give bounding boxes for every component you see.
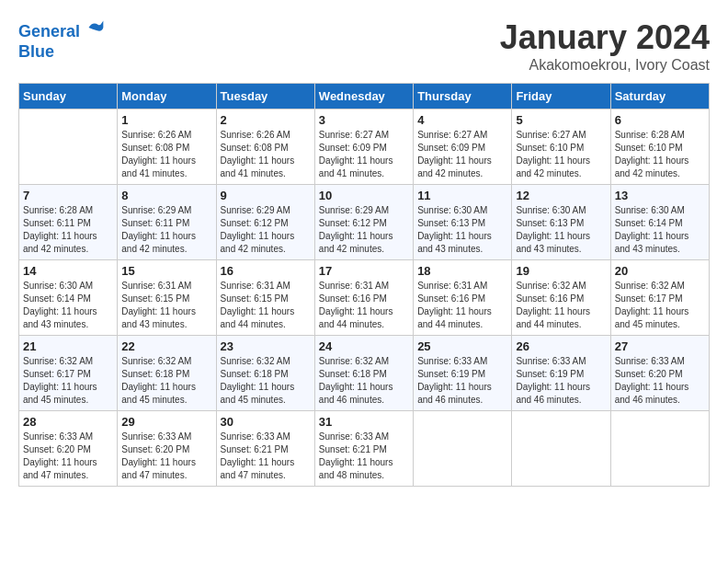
day-info: Sunrise: 6:33 AMSunset: 6:20 PMDaylight:… [615,355,705,407]
calendar-subtitle: Akakomoekrou, Ivory Coast [500,57,710,74]
calendar-cell: 2Sunrise: 6:26 AMSunset: 6:08 PMDaylight… [216,109,314,185]
calendar-cell: 25Sunrise: 6:33 AMSunset: 6:19 PMDayligh… [414,336,512,411]
day-info: Sunrise: 6:28 AMSunset: 6:10 PMDaylight:… [615,129,705,180]
calendar-cell: 10Sunrise: 6:29 AMSunset: 6:12 PMDayligh… [314,185,413,260]
day-number: 30 [221,415,311,429]
calendar-cell: 18Sunrise: 6:31 AMSunset: 6:16 PMDayligh… [414,260,512,336]
day-number: 2 [221,113,311,127]
day-number: 22 [121,339,211,353]
calendar-cell: 30Sunrise: 6:33 AMSunset: 6:21 PMDayligh… [216,411,314,487]
day-number: 11 [417,189,507,202]
calendar-title: January 2024 [500,18,710,57]
calendar-cell: 12Sunrise: 6:30 AMSunset: 6:13 PMDayligh… [512,185,610,260]
calendar-cell [610,411,709,487]
calendar-cell: 16Sunrise: 6:31 AMSunset: 6:15 PMDayligh… [216,260,314,336]
weekday-header: Wednesday [314,84,413,109]
calendar-cell [19,109,118,185]
weekday-header: Tuesday [216,84,314,109]
calendar-cell: 22Sunrise: 6:32 AMSunset: 6:18 PMDayligh… [118,336,216,411]
day-number: 28 [23,415,113,429]
calendar-cell: 13Sunrise: 6:30 AMSunset: 6:14 PMDayligh… [610,185,709,260]
calendar-cell: 20Sunrise: 6:32 AMSunset: 6:17 PMDayligh… [610,260,709,336]
calendar-week-row: 28Sunrise: 6:33 AMSunset: 6:20 PMDayligh… [19,411,710,487]
calendar-cell: 6Sunrise: 6:28 AMSunset: 6:10 PMDaylight… [610,109,709,185]
day-info: Sunrise: 6:27 AMSunset: 6:09 PMDaylight:… [319,129,409,180]
calendar-cell: 19Sunrise: 6:32 AMSunset: 6:16 PMDayligh… [512,260,610,336]
day-number: 19 [516,264,606,278]
calendar-cell: 5Sunrise: 6:27 AMSunset: 6:10 PMDaylight… [512,109,610,185]
day-info: Sunrise: 6:33 AMSunset: 6:21 PMDaylight:… [221,431,311,482]
calendar-week-row: 21Sunrise: 6:32 AMSunset: 6:17 PMDayligh… [19,336,710,411]
day-number: 23 [221,339,311,353]
day-info: Sunrise: 6:31 AMSunset: 6:16 PMDaylight:… [417,280,507,331]
day-info: Sunrise: 6:32 AMSunset: 6:17 PMDaylight:… [615,280,705,331]
calendar-cell [512,411,610,487]
calendar-cell: 11Sunrise: 6:30 AMSunset: 6:13 PMDayligh… [414,185,512,260]
day-info: Sunrise: 6:32 AMSunset: 6:18 PMDaylight:… [221,355,311,407]
day-info: Sunrise: 6:30 AMSunset: 6:14 PMDaylight:… [23,280,113,331]
day-number: 9 [221,189,311,202]
day-number: 29 [121,415,211,429]
weekday-header: Friday [512,84,610,109]
day-info: Sunrise: 6:31 AMSunset: 6:16 PMDaylight:… [319,280,409,331]
weekday-header: Monday [118,84,216,109]
calendar-cell: 24Sunrise: 6:32 AMSunset: 6:18 PMDayligh… [314,336,413,411]
day-info: Sunrise: 6:28 AMSunset: 6:11 PMDaylight:… [23,204,113,256]
day-number: 12 [516,189,606,202]
day-info: Sunrise: 6:33 AMSunset: 6:20 PMDaylight:… [23,431,113,482]
day-info: Sunrise: 6:27 AMSunset: 6:10 PMDaylight:… [516,129,606,180]
calendar-table: SundayMondayTuesdayWednesdayThursdayFrid… [18,83,710,487]
calendar-cell: 27Sunrise: 6:33 AMSunset: 6:20 PMDayligh… [610,336,709,411]
calendar-cell: 26Sunrise: 6:33 AMSunset: 6:19 PMDayligh… [512,336,610,411]
calendar-cell: 3Sunrise: 6:27 AMSunset: 6:09 PMDaylight… [314,109,413,185]
day-info: Sunrise: 6:30 AMSunset: 6:13 PMDaylight:… [417,204,507,256]
day-number: 3 [319,113,409,127]
calendar-cell: 15Sunrise: 6:31 AMSunset: 6:15 PMDayligh… [118,260,216,336]
day-info: Sunrise: 6:26 AMSunset: 6:08 PMDaylight:… [221,129,311,180]
day-number: 1 [121,113,211,127]
day-number: 5 [516,113,606,127]
weekday-header-row: SundayMondayTuesdayWednesdayThursdayFrid… [19,84,710,109]
calendar-week-row: 7Sunrise: 6:28 AMSunset: 6:11 PMDaylight… [19,185,710,260]
day-number: 27 [615,339,705,353]
day-info: Sunrise: 6:29 AMSunset: 6:12 PMDaylight:… [221,204,311,256]
calendar-week-row: 14Sunrise: 6:30 AMSunset: 6:14 PMDayligh… [19,260,710,336]
weekday-header: Sunday [19,84,118,109]
day-number: 15 [121,264,211,278]
logo-blue: Blue [18,42,54,61]
day-info: Sunrise: 6:29 AMSunset: 6:12 PMDaylight:… [319,204,409,256]
calendar-cell: 17Sunrise: 6:31 AMSunset: 6:16 PMDayligh… [314,260,413,336]
day-number: 25 [417,339,507,353]
day-number: 14 [23,264,113,278]
day-number: 10 [319,189,409,202]
calendar-cell: 8Sunrise: 6:29 AMSunset: 6:11 PMDaylight… [118,185,216,260]
calendar-cell: 14Sunrise: 6:30 AMSunset: 6:14 PMDayligh… [19,260,118,336]
weekday-header: Saturday [610,84,709,109]
day-number: 4 [417,113,507,127]
day-number: 17 [319,264,409,278]
day-info: Sunrise: 6:30 AMSunset: 6:13 PMDaylight:… [516,204,606,256]
weekday-header: Thursday [414,84,512,109]
day-info: Sunrise: 6:31 AMSunset: 6:15 PMDaylight:… [221,280,311,331]
day-number: 20 [615,264,705,278]
calendar-cell [414,411,512,487]
page-header: General Blue January 2024 Akakomoekrou, … [18,18,710,74]
day-info: Sunrise: 6:26 AMSunset: 6:08 PMDaylight:… [121,129,211,180]
day-info: Sunrise: 6:33 AMSunset: 6:19 PMDaylight:… [417,355,507,407]
day-info: Sunrise: 6:31 AMSunset: 6:15 PMDaylight:… [121,280,211,331]
day-number: 6 [615,113,705,127]
calendar-cell: 1Sunrise: 6:26 AMSunset: 6:08 PMDaylight… [118,109,216,185]
calendar-week-row: 1Sunrise: 6:26 AMSunset: 6:08 PMDaylight… [19,109,710,185]
calendar-cell: 21Sunrise: 6:32 AMSunset: 6:17 PMDayligh… [19,336,118,411]
calendar-cell: 23Sunrise: 6:32 AMSunset: 6:18 PMDayligh… [216,336,314,411]
day-number: 13 [615,189,705,202]
logo-general: General [18,22,80,40]
day-number: 7 [23,189,113,202]
day-info: Sunrise: 6:33 AMSunset: 6:19 PMDaylight:… [516,355,606,407]
day-number: 18 [417,264,507,278]
day-info: Sunrise: 6:29 AMSunset: 6:11 PMDaylight:… [121,204,211,256]
day-info: Sunrise: 6:27 AMSunset: 6:09 PMDaylight:… [417,129,507,180]
calendar-cell: 29Sunrise: 6:33 AMSunset: 6:20 PMDayligh… [118,411,216,487]
calendar-cell: 7Sunrise: 6:28 AMSunset: 6:11 PMDaylight… [19,185,118,260]
day-number: 16 [221,264,311,278]
